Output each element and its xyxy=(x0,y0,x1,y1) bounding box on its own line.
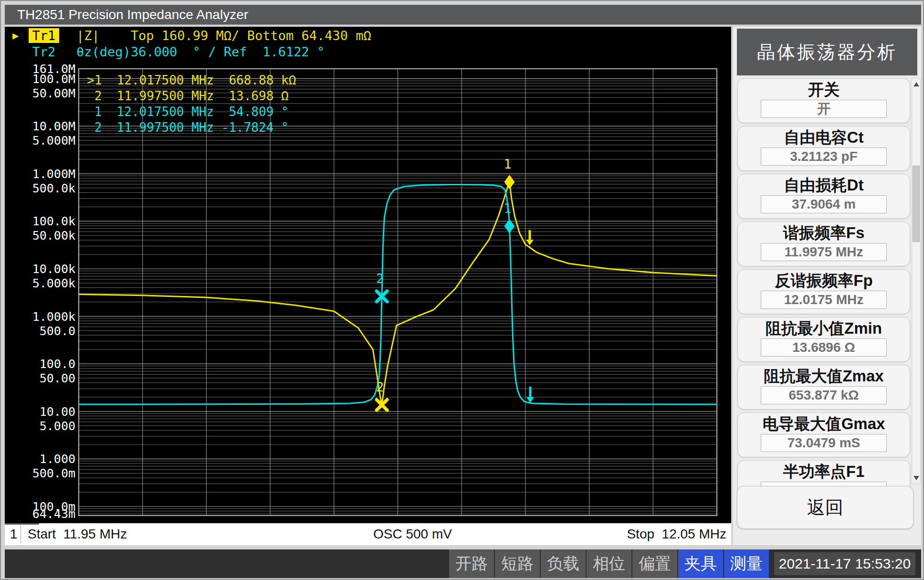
marker-readout-table: >1 12.017500 MHz 668.88 kΩ 2 11.997500 M… xyxy=(87,73,296,136)
marker-readout-row: 1 12.017500 MHz 54.809 ° xyxy=(87,104,296,120)
svg-text:100.0M: 100.0M xyxy=(32,72,75,86)
svg-text:100.0k: 100.0k xyxy=(32,214,75,228)
softkey-label: 电导最大值Gmax xyxy=(738,413,910,433)
svg-text:50.00: 50.00 xyxy=(40,371,75,385)
sweep-status-bar: 1 Start 11.95 MHz OSC 500 mV Stop 12.05 … xyxy=(5,523,731,545)
svg-text:50.00k: 50.00k xyxy=(32,229,75,243)
softkey-panel: 晶体振荡器分析 开关开自由电容Ct3.21123 pF自由损耗Dt37.9064… xyxy=(733,27,921,545)
toolbar-button-2[interactable]: 负载 xyxy=(541,549,586,578)
svg-text:10.00: 10.00 xyxy=(40,405,75,419)
toolbar-button-group: 开路短路负载相位偏置夹具测量 xyxy=(449,549,769,578)
svg-text:10.00M: 10.00M xyxy=(32,119,75,133)
svg-text:50.00M: 50.00M xyxy=(32,86,75,100)
toolbar-button-0[interactable]: 开路 xyxy=(449,549,494,578)
toolbar-button-3[interactable]: 相位 xyxy=(587,549,631,578)
softkey-value: 37.9064 m xyxy=(761,195,887,213)
svg-text:500.0: 500.0 xyxy=(40,324,75,338)
toolbar-button-4[interactable]: 偏置 xyxy=(632,549,677,578)
instrument-window: TH2851 Precision Impedance Analyzer ▶ Tr… xyxy=(0,0,924,580)
softkey-label: 阻抗最大值Zmax xyxy=(738,365,910,385)
softkey-label: 阻抗最小值Zmin xyxy=(738,317,910,337)
channel-number: 1 xyxy=(7,525,21,543)
svg-text:2: 2 xyxy=(376,380,384,394)
svg-text:1.000k: 1.000k xyxy=(32,310,75,324)
softkey-item-list: 开关开自由电容Ct3.21123 pF自由损耗Dt37.9064 m谐振频率Fs… xyxy=(737,78,910,508)
softkey-value: 3.21123 pF xyxy=(761,148,887,166)
svg-text:1.000M: 1.000M xyxy=(32,167,75,181)
scrollbar-thumb[interactable] xyxy=(913,166,920,242)
back-button[interactable]: 返回 xyxy=(737,486,914,529)
svg-text:2: 2 xyxy=(376,271,384,286)
channel-tab-mark xyxy=(5,523,39,525)
softkey-value: 73.0479 mS xyxy=(761,434,887,452)
softkey-label: 反谐振频率Fp xyxy=(738,270,910,290)
softkey-item-5[interactable]: 阻抗最小值Zmin13.6896 Ω xyxy=(737,317,910,362)
svg-text:5.000k: 5.000k xyxy=(32,276,75,290)
osc-level-label: OSC 500 mV xyxy=(373,525,452,543)
softkey-value: 12.0175 MHz xyxy=(761,291,887,309)
softkey-label: 自由损耗Dt xyxy=(738,174,910,194)
scroll-down-icon[interactable] xyxy=(912,473,920,483)
marker-readout-row: 2 11.997500 MHz 13.698 Ω xyxy=(87,88,296,104)
softkey-item-1[interactable]: 自由电容Ct3.21123 pF xyxy=(737,126,910,171)
svg-text:1.000: 1.000 xyxy=(40,452,75,466)
measurement-screen: ▶ Tr1 |Z| Top 160.99 MΩ/ Bottom 64.430 m… xyxy=(5,27,731,545)
softkey-label: 半功率点F1 xyxy=(738,461,910,481)
system-datetime: 2021-11-17 15:53:20 xyxy=(774,552,915,575)
svg-text:100.0: 100.0 xyxy=(40,357,75,371)
softkey-value: 11.9975 MHz xyxy=(761,243,887,261)
svg-text:500.0m: 500.0m xyxy=(32,466,75,480)
svg-text:1: 1 xyxy=(504,157,511,171)
window-title: TH2851 Precision Impedance Analyzer xyxy=(5,5,921,25)
svg-text:10.00k: 10.00k xyxy=(32,262,75,276)
softkey-item-3[interactable]: 谐振频率Fs11.9975 MHz xyxy=(737,221,910,266)
marker-readout-row: 2 11.997500 MHz -1.7824 ° xyxy=(87,120,296,136)
softkey-value: 13.6896 Ω xyxy=(761,338,887,357)
toolbar-button-1[interactable]: 短路 xyxy=(495,549,540,578)
softkey-panel-title: 晶体振荡器分析 xyxy=(737,29,917,75)
bottom-toolbar: 开路短路负载相位偏置夹具测量 2021-11-17 15:53:20 xyxy=(5,549,921,578)
softkey-label: 开关 xyxy=(738,79,910,99)
softkey-value: 开 xyxy=(761,100,887,118)
softkey-label: 谐振频率Fs xyxy=(738,222,910,242)
scroll-up-icon[interactable] xyxy=(912,80,920,89)
svg-text:5.000M: 5.000M xyxy=(32,134,75,148)
svg-text:64.43m: 64.43m xyxy=(32,507,75,521)
softkey-item-2[interactable]: 自由损耗Dt37.9064 m xyxy=(737,174,910,219)
toolbar-button-5[interactable]: 夹具 xyxy=(678,549,723,578)
softkey-label: 自由电容Ct xyxy=(738,127,910,147)
softkey-item-4[interactable]: 反谐振频率Fp12.0175 MHz xyxy=(737,269,910,314)
svg-text:5.000: 5.000 xyxy=(40,419,75,433)
svg-text:1: 1 xyxy=(504,201,511,216)
marker-readout-row: >1 12.017500 MHz 668.88 kΩ xyxy=(87,73,296,88)
softkey-item-7[interactable]: 电导最大值Gmax73.0479 mS xyxy=(737,412,910,457)
softkey-scrollbar[interactable] xyxy=(912,78,921,484)
softkey-item-6[interactable]: 阻抗最大值Zmax653.877 kΩ xyxy=(737,365,910,410)
softkey-value: 653.877 kΩ xyxy=(761,386,887,404)
softkey-item-0[interactable]: 开关开 xyxy=(737,78,910,123)
sweep-start-label: Start 11.95 MHz xyxy=(28,525,127,543)
sweep-stop-label: Stop 12.05 MHz xyxy=(627,525,726,543)
toolbar-button-6[interactable]: 测量 xyxy=(724,549,769,578)
svg-text:500.0k: 500.0k xyxy=(32,181,75,195)
